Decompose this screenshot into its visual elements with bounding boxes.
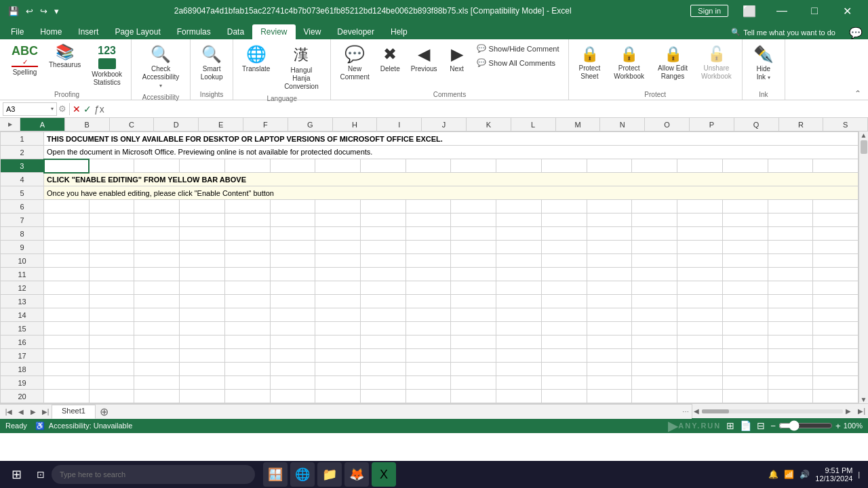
scroll-thumb[interactable]: [861, 140, 867, 154]
col-header-d[interactable]: D: [154, 118, 199, 131]
tab-file[interactable]: File: [3, 24, 32, 39]
network-icon[interactable]: 📶: [784, 470, 794, 479]
add-sheet-button[interactable]: ⊕: [97, 405, 112, 419]
sign-in-button[interactable]: Sign in: [690, 5, 728, 17]
scroll-end-button[interactable]: ▶|: [858, 407, 865, 415]
translate-button[interactable]: 🌐 Translate: [237, 42, 275, 76]
sheet-options-button[interactable]: ⋯: [682, 408, 689, 415]
cell-a1[interactable]: THIS DOCUMENT IS ONLY AVAILABLE FOR DESK…: [44, 132, 859, 146]
protect-sheet-button[interactable]: 🔒 ProtectSheet: [573, 42, 607, 84]
thesaurus-button[interactable]: 📚 Thesaurus: [44, 42, 85, 72]
col-header-p[interactable]: P: [690, 118, 734, 131]
cell-a2[interactable]: Open the document in Microsoft Office. P…: [44, 146, 859, 159]
col-header-q[interactable]: Q: [734, 118, 779, 131]
cell-n3[interactable]: [632, 159, 677, 173]
save-button[interactable]: 💾: [5, 3, 22, 19]
protect-workbook-button[interactable]: 🔒 ProtectWorkbook: [608, 42, 650, 84]
spelling-button[interactable]: ABC ✓ Spelling: [7, 42, 43, 79]
col-header-s[interactable]: S: [823, 118, 868, 131]
scroll-down-button[interactable]: ▼: [861, 396, 867, 403]
cell-e3[interactable]: [224, 159, 270, 173]
taskbar-icon-edge[interactable]: 🌐: [290, 462, 315, 487]
tab-developer[interactable]: Developer: [329, 24, 382, 39]
minimize-button[interactable]: —: [766, 0, 797, 22]
cell-d3[interactable]: [180, 159, 225, 173]
sheet-nav-left-start[interactable]: |◀: [3, 405, 15, 419]
tab-review[interactable]: Review: [252, 24, 295, 39]
tab-data[interactable]: Data: [219, 24, 252, 39]
cell-m3[interactable]: [587, 159, 632, 173]
col-header-m[interactable]: M: [556, 118, 601, 131]
col-header-n[interactable]: N: [600, 118, 645, 131]
scroll-right-button[interactable]: ▶: [844, 407, 852, 415]
cell-o3[interactable]: [677, 159, 723, 173]
col-header-k[interactable]: K: [467, 118, 511, 131]
delete-comment-button[interactable]: ✖ Delete: [376, 42, 405, 76]
show-all-comments-button[interactable]: 💬 Show All Comments: [472, 56, 564, 69]
cell-k3[interactable]: [496, 159, 542, 173]
row-num-5[interactable]: 5: [1, 186, 44, 200]
sheet-tab-sheet1[interactable]: Sheet1: [52, 405, 96, 419]
scroll-up-button[interactable]: ▲: [861, 131, 867, 139]
row-num-3[interactable]: 3: [1, 159, 44, 173]
cell-name-box[interactable]: A3 ▾: [3, 102, 57, 116]
page-layout-view-button[interactable]: 📄: [740, 420, 751, 431]
maximize-button[interactable]: □: [799, 0, 830, 22]
normal-view-button[interactable]: ⊞: [726, 420, 734, 431]
tab-help[interactable]: Help: [382, 24, 416, 39]
spreadsheet-scroll[interactable]: 1 THIS DOCUMENT IS ONLY AVAILABLE FOR DE…: [0, 131, 859, 403]
select-all-button[interactable]: ▶: [0, 118, 20, 131]
col-header-e[interactable]: E: [199, 118, 243, 131]
previous-comment-button[interactable]: ◀ Previous: [406, 42, 442, 76]
hide-ink-button[interactable]: ✒️ HideInk ▾: [747, 42, 781, 84]
col-header-l[interactable]: L: [511, 118, 556, 131]
col-header-a[interactable]: A: [20, 118, 65, 131]
unshare-workbook-button[interactable]: 🔓 UnshareWorkbook: [695, 42, 738, 84]
confirm-formula-button[interactable]: ✓: [83, 104, 92, 115]
h-scroll-thumb[interactable]: [702, 409, 729, 413]
taskview-button[interactable]: ⊡: [33, 466, 49, 483]
taskbar-search[interactable]: [52, 465, 255, 484]
zoom-out-button[interactable]: −: [770, 421, 776, 431]
col-header-b[interactable]: B: [65, 118, 110, 131]
sheet-nav-left[interactable]: ◀: [15, 405, 27, 419]
scroll-left-button[interactable]: ◀: [692, 407, 701, 415]
col-header-c[interactable]: C: [110, 118, 155, 131]
check-accessibility-button[interactable]: 🔍 CheckAccessibility ▾: [136, 42, 186, 92]
next-comment-button[interactable]: ▶ Next: [443, 42, 471, 76]
sheet-nav-right[interactable]: ▶: [27, 405, 39, 419]
tab-page-layout[interactable]: Page Layout: [106, 24, 168, 39]
show-desktop-button[interactable]: |: [858, 471, 860, 479]
sheet-nav-right-end[interactable]: ▶|: [39, 405, 52, 419]
cell-f3[interactable]: [270, 159, 315, 173]
taskbar-icon-explorer[interactable]: 📁: [317, 462, 342, 487]
tab-insert[interactable]: Insert: [70, 24, 106, 39]
row-num-1[interactable]: 1: [1, 132, 44, 146]
zoom-in-button[interactable]: +: [835, 421, 841, 431]
horizontal-scrollbar[interactable]: ◀ ▶ ▶|: [692, 404, 868, 418]
hangul-hanja-button[interactable]: 漢 Hangul HanjaConversion: [276, 42, 326, 94]
formula-options-button[interactable]: ⚙: [58, 104, 66, 114]
row-num-2[interactable]: 2: [1, 146, 44, 159]
cell-l3[interactable]: [541, 159, 587, 173]
show-hide-comment-button[interactable]: 💬 Show/Hide Comment: [472, 42, 564, 55]
tab-home[interactable]: Home: [32, 24, 70, 39]
col-header-i[interactable]: I: [377, 118, 422, 131]
ribbon-search-placeholder[interactable]: Tell me what you want to do: [743, 28, 835, 37]
smart-lookup-button[interactable]: 🔍 SmartLookup: [195, 42, 229, 84]
cell-r3[interactable]: [813, 159, 859, 173]
zoom-slider[interactable]: [778, 420, 833, 431]
ribbon-collapse-button[interactable]: ⌃: [850, 87, 865, 100]
cancel-formula-button[interactable]: ✕: [73, 104, 81, 115]
col-header-r[interactable]: R: [779, 118, 824, 131]
col-header-f[interactable]: F: [243, 118, 288, 131]
tab-view[interactable]: View: [296, 24, 330, 39]
taskbar-icon-windows[interactable]: 🪟: [263, 462, 288, 487]
close-button[interactable]: ✕: [831, 0, 863, 22]
workbook-statistics-button[interactable]: 123 WorkbookStatistics: [87, 42, 127, 89]
allow-edit-ranges-button[interactable]: 🔒 Allow EditRanges: [652, 42, 694, 84]
insert-function-button[interactable]: ƒx: [94, 104, 104, 115]
col-header-j[interactable]: J: [422, 118, 467, 131]
undo-button[interactable]: ↩: [23, 3, 36, 19]
cell-c3[interactable]: [134, 159, 180, 173]
